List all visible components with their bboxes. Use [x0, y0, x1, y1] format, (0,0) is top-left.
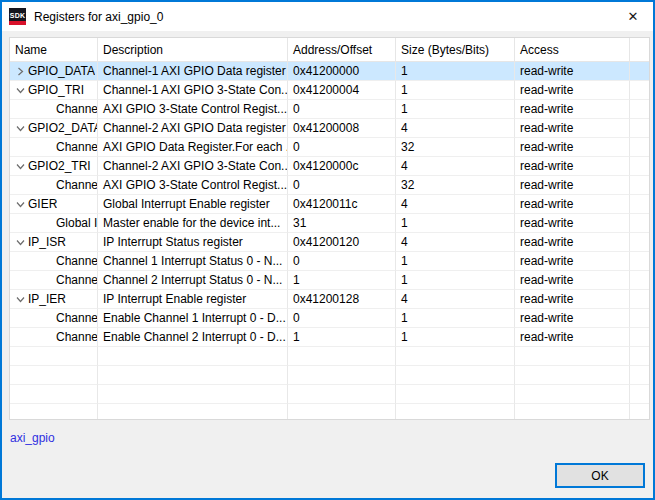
register-access: read-write [515, 252, 630, 271]
empty-cell [630, 366, 649, 385]
register-name: GPIO2_TRI [28, 157, 91, 175]
register-row[interactable]: Channel-Channel 2 Interrupt Status 0 - N… [10, 271, 649, 290]
register-address: 0 [288, 138, 396, 157]
column-header-name[interactable]: Name [10, 38, 98, 62]
register-row[interactable]: GPIO2_DATAChannel-2 AXI GPIO Data regist… [10, 119, 649, 138]
register-size: 1 [396, 328, 515, 347]
empty-cell [98, 347, 288, 366]
register-description: Enable Channel 2 Interrupt 0 - D... [98, 328, 288, 347]
name-cell: GPIO_TRI [10, 81, 98, 100]
ok-button[interactable]: OK [555, 463, 645, 488]
register-description: Channel-1 AXI GPIO Data register [98, 62, 288, 81]
chevron-down-icon[interactable] [10, 157, 28, 175]
register-address: 0x41200000 [288, 62, 396, 81]
register-description: Global Interrupt Enable register [98, 195, 288, 214]
register-size: 32 [396, 138, 515, 157]
register-name: IP_ISR [28, 233, 66, 251]
filler-cell [630, 195, 649, 214]
filler-cell [630, 233, 649, 252]
register-row[interactable]: GPIO_TRIChannel-1 AXI GPIO 3-State Con..… [10, 81, 649, 100]
register-address: 0 [288, 309, 396, 328]
register-access: read-write [515, 233, 630, 252]
chevron-down-icon[interactable] [10, 233, 28, 251]
name-cell: IP_ISR [10, 233, 98, 252]
column-header-size[interactable]: Size (Bytes/Bits) [396, 38, 515, 62]
empty-cell [515, 366, 630, 385]
register-name: Channel- [56, 271, 97, 289]
filler-cell [630, 252, 649, 271]
register-row[interactable]: Channel-Channel 1 Interrupt Status 0 - N… [10, 252, 649, 271]
register-description: AXI GPIO Data Register.For each ... [98, 138, 288, 157]
register-row[interactable]: Global InMaster enable for the device in… [10, 214, 649, 233]
register-row[interactable]: GPIO2_TRIChannel-2 AXI GPIO 3-State Con.… [10, 157, 649, 176]
register-access: read-write [515, 214, 630, 233]
filler-cell [630, 157, 649, 176]
register-address: 0x41200008 [288, 119, 396, 138]
filler-cell [630, 176, 649, 195]
register-access: read-write [515, 119, 630, 138]
register-name: IP_IER [28, 290, 66, 308]
empty-cell [515, 347, 630, 366]
register-row[interactable]: Channel-Enable Channel 1 Interrupt 0 - D… [10, 309, 649, 328]
chevron-down-icon[interactable] [10, 195, 28, 213]
register-row[interactable]: GPIO_DATAChannel-1 AXI GPIO Data registe… [10, 62, 649, 81]
close-icon: ✕ [628, 9, 639, 24]
title-bar[interactable]: SDK Registers for axi_gpio_0 ✕ [2, 2, 653, 31]
empty-cell [288, 404, 396, 420]
register-access: read-write [515, 271, 630, 290]
register-name: Channel- [56, 100, 97, 118]
register-row[interactable]: Channel-AXI GPIO 3-State Control Regist.… [10, 176, 649, 195]
empty-cell [396, 404, 515, 420]
close-button[interactable]: ✕ [613, 2, 653, 31]
sdk-app-icon: SDK [9, 8, 26, 25]
register-description: Channel 2 Interrupt Status 0 - N... [98, 271, 288, 290]
name-cell: Channel- [10, 252, 98, 271]
column-header-access[interactable]: Access [515, 38, 630, 62]
register-row[interactable]: IP_IERIP Interrupt Enable register0x4120… [10, 290, 649, 309]
table-body: GPIO_DATAChannel-1 AXI GPIO Data registe… [10, 62, 649, 420]
empty-cell [396, 366, 515, 385]
register-name: Channel- [56, 309, 97, 327]
empty-cell [630, 385, 649, 404]
register-size: 4 [396, 290, 515, 309]
register-address: 0x41200004 [288, 81, 396, 100]
name-cell: Channel- [10, 309, 98, 328]
register-name: Channel- [56, 176, 97, 194]
register-row[interactable]: Channel-AXI GPIO Data Register.For each … [10, 138, 649, 157]
register-description: Channel-2 AXI GPIO Data register [98, 119, 288, 138]
register-size: 4 [396, 233, 515, 252]
chevron-down-icon[interactable] [10, 81, 28, 99]
register-access: read-write [515, 176, 630, 195]
register-description: IP Interrupt Enable register [98, 290, 288, 309]
empty-cell [396, 347, 515, 366]
name-cell: Channel- [10, 100, 98, 119]
register-row[interactable]: Channel-AXI GPIO 3-State Control Regist.… [10, 100, 649, 119]
empty-cell [396, 385, 515, 404]
filler-cell [630, 214, 649, 233]
empty-cell [288, 347, 396, 366]
register-row[interactable]: IP_ISRIP Interrupt Status register0x4120… [10, 233, 649, 252]
filler-cell [630, 271, 649, 290]
name-cell: Channel- [10, 271, 98, 290]
sdk-app-icon-label: SDK [10, 12, 26, 19]
filler-cell [630, 81, 649, 100]
empty-cell [630, 347, 649, 366]
empty-row [10, 347, 649, 366]
register-size: 1 [396, 271, 515, 290]
register-size: 4 [396, 157, 515, 176]
chevron-down-icon[interactable] [10, 290, 28, 308]
register-size: 4 [396, 195, 515, 214]
module-link[interactable]: axi_gpio [10, 431, 55, 445]
register-row[interactable]: Channel-Enable Channel 2 Interrupt 0 - D… [10, 328, 649, 347]
chevron-down-icon[interactable] [10, 119, 28, 137]
chevron-right-icon[interactable] [10, 62, 28, 80]
column-header-description[interactable]: Description [98, 38, 288, 62]
column-header-address[interactable]: Address/Offset [288, 38, 396, 62]
register-access: read-write [515, 195, 630, 214]
name-cell: GPIO2_DATA [10, 119, 98, 138]
empty-cell [630, 404, 649, 420]
name-cell: Channel- [10, 176, 98, 195]
register-address: 1 [288, 328, 396, 347]
register-row[interactable]: GIERGlobal Interrupt Enable register0x41… [10, 195, 649, 214]
register-address: 0 [288, 252, 396, 271]
